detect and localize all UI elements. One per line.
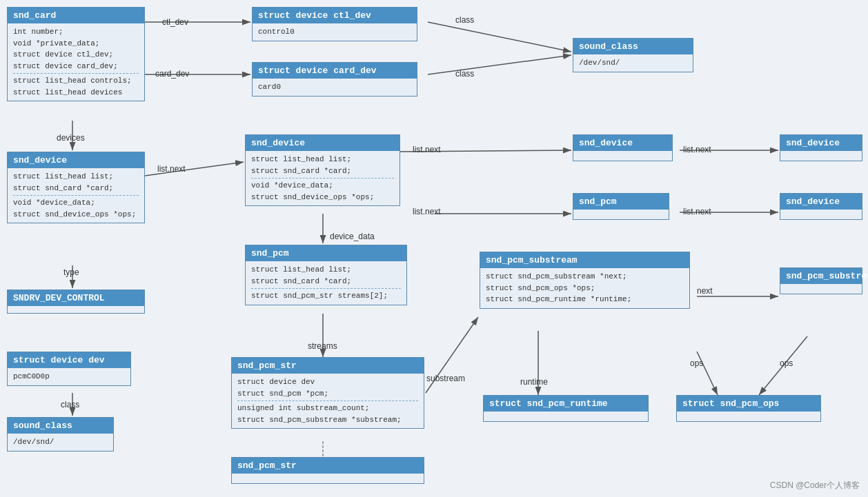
label-class3: class: [61, 400, 79, 409]
box-snd-card: snd_card int number; void *private_data;…: [7, 7, 145, 101]
box-snd-device-right3: snd_device: [780, 193, 862, 220]
box-sound-class-bottom-header: sound_class: [8, 418, 113, 434]
box-snd-card-body: int number; void *private_data; struct d…: [8, 23, 144, 101]
label-card-dev: card_dev: [155, 69, 189, 79]
box-sound-class-bottom: sound_class /dev/snd/: [7, 417, 114, 452]
box-snd-pcm-runtime-header: struct snd_pcm_runtime: [484, 396, 648, 412]
box-snd-pcm-str-second-header: snd_pcm_str: [232, 458, 424, 474]
box-snd-device-left-header: snd_device: [8, 152, 144, 168]
box-struct-device-dev-body: pcmC0D0p: [8, 368, 130, 385]
svg-line-5: [428, 55, 571, 74]
label-next: next: [697, 286, 713, 296]
label-list-next4: list.next: [413, 207, 441, 216]
box-card-dev-header: struct device card_dev: [253, 63, 417, 79]
box-card-dev-body: card0: [253, 79, 417, 96]
box-sound-class-bottom-body: /dev/snd/: [8, 434, 113, 451]
box-snd-pcm-ops-body: [677, 412, 820, 421]
label-ctl-dev: ctl_dev: [162, 17, 188, 27]
label-list-next1: list.next: [157, 164, 186, 174]
box-snd-pcm-mid: snd_pcm struct list_head list; struct sn…: [245, 245, 407, 305]
box-snd-device-right3-body: [780, 210, 862, 219]
label-list-next5: list.next: [683, 207, 711, 216]
box-snd-card-header: snd_card: [8, 8, 144, 23]
box-snd-pcm-substream-right-body: [780, 284, 862, 294]
box-snd-pcm-runtime: struct snd_pcm_runtime: [483, 395, 649, 422]
svg-line-4: [428, 22, 571, 52]
box-snd-pcm-right-header: snd_pcm: [573, 194, 669, 210]
label-device-data: device_data: [330, 232, 375, 241]
box-snd-device-mid-body: struct list_head list; struct snd_card *…: [246, 151, 400, 205]
box-snd-device-right2-body: [780, 151, 862, 161]
box-snd-device-right2-header: snd_device: [780, 135, 862, 151]
box-snd-pcm-substream-mid-header: snd_pcm_substream: [480, 252, 689, 268]
watermark: CSDN @Coder个人博客: [770, 480, 860, 491]
label-list-next2: list.next: [413, 145, 441, 154]
label-type: type: [63, 267, 79, 277]
box-snd-device-right3-header: snd_device: [780, 194, 862, 210]
box-snd-pcm-mid-header: snd_pcm: [246, 245, 406, 261]
label-runtime: runtime: [520, 377, 548, 387]
box-card-dev: struct device card_dev card0: [252, 62, 417, 97]
box-sndrv-dev-control-header: SNDRV_DEV_CONTROL: [8, 290, 144, 306]
box-snd-pcm-ops-header: struct snd_pcm_ops: [677, 396, 820, 412]
box-snd-device-right2: snd_device: [780, 134, 862, 161]
box-snd-pcm-ops: struct snd_pcm_ops: [676, 395, 821, 422]
box-ctl-dev: struct device ctl_dev control0: [252, 7, 417, 41]
box-snd-pcm-substream-right: snd_pcm_substream: [780, 267, 862, 294]
box-sound-class-top: sound_class /dev/snd/: [573, 38, 693, 72]
box-sndrv-dev-control: SNDRV_DEV_CONTROL: [7, 290, 145, 314]
box-snd-device-left: snd_device struct list_head list; struct…: [7, 152, 145, 223]
label-ops2: ops: [780, 358, 793, 368]
box-sndrv-dev-control-body: [8, 306, 144, 313]
box-ctl-dev-header: struct device ctl_dev: [253, 8, 417, 23]
box-struct-device-dev-header: struct device dev: [8, 352, 130, 368]
box-ctl-dev-body: control0: [253, 23, 417, 41]
box-snd-pcm-substream-mid-body: struct snd_pcm_substream *next; struct s…: [480, 268, 689, 308]
label-devices: devices: [57, 133, 85, 143]
box-snd-device-mid-header: snd_device: [246, 135, 400, 151]
label-class2: class: [455, 69, 474, 79]
diagram-container: snd_card int number; void *private_data;…: [0, 0, 868, 497]
box-sound-class-top-body: /dev/snd/: [573, 54, 693, 72]
box-snd-pcm-mid-body: struct list_head list; struct snd_card *…: [246, 261, 406, 305]
label-class1: class: [455, 15, 474, 25]
box-snd-pcm-substream-right-header: snd_pcm_substream: [780, 268, 862, 284]
box-snd-pcm-str-main-header: snd_pcm_str: [232, 358, 424, 374]
box-snd-pcm-right-body: [573, 210, 669, 219]
box-struct-device-dev: struct device dev pcmC0D0p: [7, 352, 131, 386]
box-snd-device-left-body: struct list_head list; struct snd_card *…: [8, 168, 144, 223]
box-snd-pcm-substream-mid: snd_pcm_substream struct snd_pcm_substre…: [480, 252, 690, 309]
box-sound-class-top-header: sound_class: [573, 39, 693, 54]
box-snd-device-mid: snd_device struct list_head list; struct…: [245, 134, 400, 206]
box-snd-pcm-str-main: snd_pcm_str struct device dev struct snd…: [231, 357, 424, 429]
box-snd-pcm-runtime-body: [484, 412, 648, 421]
box-snd-pcm-right: snd_pcm: [573, 193, 669, 220]
label-substream: substream: [426, 374, 465, 383]
box-snd-device-right1-header: snd_device: [573, 135, 672, 151]
box-snd-pcm-str-main-body: struct device dev struct snd_pcm *pcm; u…: [232, 374, 424, 428]
label-ops1: ops: [690, 358, 703, 368]
box-snd-device-right1-body: [573, 151, 672, 161]
label-list-next3: list.next: [683, 145, 711, 154]
box-snd-pcm-str-second: snd_pcm_str: [231, 457, 424, 484]
box-snd-device-right1: snd_device: [573, 134, 673, 161]
label-streams: streams: [308, 341, 337, 351]
box-snd-pcm-str-second-body: [232, 474, 424, 483]
